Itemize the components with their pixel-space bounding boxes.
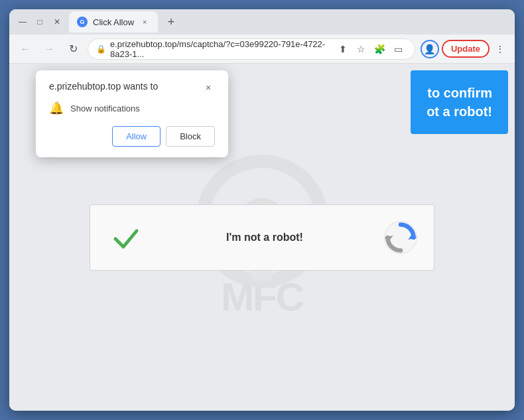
bookmark-button[interactable]: ☆ bbox=[354, 41, 369, 57]
update-button[interactable]: Update bbox=[442, 40, 490, 58]
reload-button[interactable]: ↻ bbox=[64, 40, 82, 58]
minimize-button[interactable]: — bbox=[16, 15, 29, 29]
captcha-label: I'm not a robot! bbox=[146, 232, 383, 244]
menu-button[interactable]: ⋮ bbox=[492, 41, 508, 57]
browser-window: — □ ✕ G Click Allow × + ← → ↻ 🔒 e.prizeh… bbox=[9, 9, 515, 411]
popup-header: e.prizehubtop.top wants to × bbox=[49, 81, 215, 94]
recaptcha-box[interactable]: I'm not a robot! bbox=[90, 204, 434, 271]
profile-button[interactable]: 👤 bbox=[421, 40, 439, 58]
popup-buttons: Allow Block bbox=[49, 126, 215, 147]
confirm-banner: to confirm ot a robot! bbox=[411, 70, 508, 134]
block-button[interactable]: Block bbox=[166, 126, 215, 147]
title-bar: — □ ✕ G Click Allow × + bbox=[9, 9, 515, 35]
allow-button[interactable]: Allow bbox=[112, 126, 161, 147]
new-tab-button[interactable]: + bbox=[162, 13, 180, 31]
tab-title: Click Allow bbox=[93, 17, 134, 27]
active-tab[interactable]: G Click Allow × bbox=[69, 11, 158, 33]
tab-favicon: G bbox=[77, 17, 88, 27]
address-bar[interactable]: 🔒 e.prizehubtop.top/ms/captcha/?c=03e992… bbox=[88, 38, 415, 60]
back-button[interactable]: ← bbox=[16, 40, 34, 58]
extension-button[interactable]: 🧩 bbox=[372, 41, 388, 57]
maximize-button[interactable]: □ bbox=[33, 15, 46, 29]
address-actions: ⬆ ☆ 🧩 ▭ bbox=[335, 41, 407, 57]
confirm-line1: to confirm bbox=[426, 84, 492, 102]
popup-close-button[interactable]: × bbox=[202, 81, 215, 94]
share-button[interactable]: ⬆ bbox=[335, 41, 351, 57]
watermark-text: MFC bbox=[221, 274, 303, 320]
checkmark-area bbox=[106, 218, 146, 257]
sidebar-button[interactable]: ▭ bbox=[391, 41, 407, 57]
tab-area: G Click Allow × + bbox=[69, 11, 508, 33]
popup-title: e.prizehubtop.top wants to bbox=[49, 81, 158, 92]
notification-label: Show notifications bbox=[70, 104, 140, 113]
permission-popup: e.prizehubtop.top wants to × 🔔 Show noti… bbox=[36, 70, 228, 157]
popup-notification-row: 🔔 Show notifications bbox=[49, 101, 215, 115]
recaptcha-icon bbox=[383, 220, 418, 255]
checkmark-icon bbox=[110, 222, 142, 253]
tab-close-button[interactable]: × bbox=[139, 17, 150, 27]
nav-icons: 👤 Update ⋮ bbox=[421, 40, 508, 58]
main-content: MFC to confirm ot a robot! e.prizehubtop… bbox=[9, 64, 515, 411]
window-controls: — □ ✕ bbox=[16, 15, 64, 29]
confirm-line2: ot a robot! bbox=[426, 102, 492, 121]
close-window-button[interactable]: ✕ bbox=[50, 15, 64, 29]
recaptcha-logo bbox=[383, 220, 418, 255]
forward-button[interactable]: → bbox=[40, 40, 58, 58]
lock-icon: 🔒 bbox=[96, 44, 106, 54]
bell-icon: 🔔 bbox=[49, 101, 64, 115]
nav-bar: ← → ↻ 🔒 e.prizehubtop.top/ms/captcha/?c=… bbox=[9, 35, 515, 64]
address-text: e.prizehubtop.top/ms/captcha/?c=03e99220… bbox=[110, 39, 331, 59]
